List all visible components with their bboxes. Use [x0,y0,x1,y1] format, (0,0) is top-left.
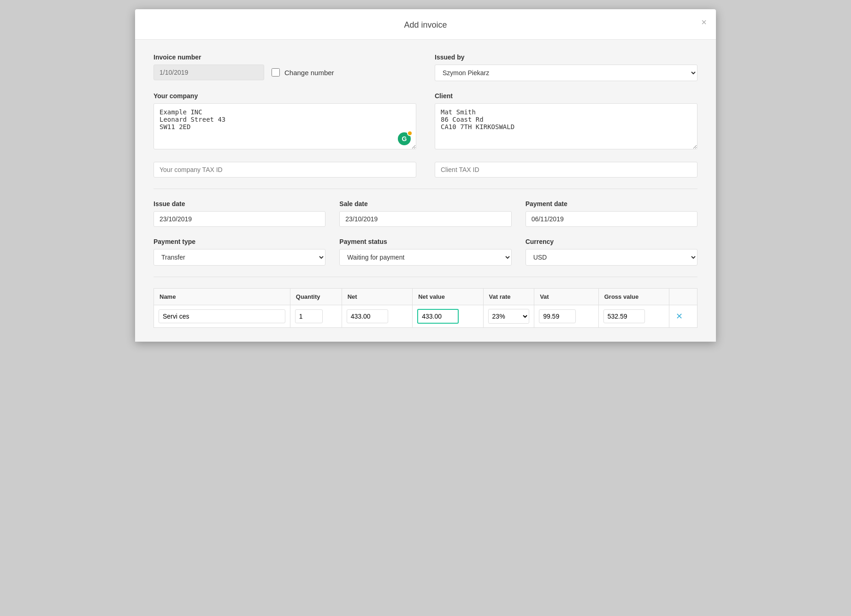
row-net-input[interactable] [347,309,388,323]
client-tax-id-section [435,162,697,178]
your-company-section: Your company Example INC Leonard Street … [154,92,416,151]
invoice-table: Name Quantity Net Net value Vat rate Vat… [154,288,697,328]
row-net-cell [342,305,412,328]
table-header-row: Name Quantity Net Net value Vat rate Vat… [154,289,697,305]
payment-type-label: Payment type [154,238,325,245]
table-header: Name Quantity Net Net value Vat rate Vat… [154,289,697,305]
col-net-value: Net value [413,289,483,305]
your-company-label: Your company [154,92,416,100]
col-net: Net [342,289,412,305]
row-name-input[interactable] [159,309,285,323]
modal-body: Invoice number Change number Issued by S… [135,40,716,342]
payment-date-input[interactable] [526,211,697,227]
grammarly-button[interactable]: G [398,132,411,145]
issue-date-section: Issue date [154,200,325,227]
change-number-checkbox[interactable] [272,68,280,77]
sale-date-section: Sale date [339,200,511,227]
invoice-issued-row: Invoice number Change number Issued by S… [154,53,697,81]
divider-2 [154,277,697,277]
your-company-textarea[interactable]: Example INC Leonard Street 43 SW11 2ED [154,103,416,149]
col-gross-value: Gross value [598,289,669,305]
payment-type-section: Payment type Transfer Cash Card [154,238,325,266]
invoice-number-label: Invoice number [154,53,416,61]
col-vat: Vat [534,289,599,305]
payment-date-label: Payment date [526,200,697,207]
change-number-group: Change number [272,68,334,77]
currency-label: Currency [526,238,697,245]
col-name: Name [154,289,290,305]
your-company-textarea-wrapper: Example INC Leonard Street 43 SW11 2ED G [154,103,416,151]
payment-type-select[interactable]: Transfer Cash Card [154,249,325,266]
row-gross-value-input[interactable] [603,309,645,323]
payment-row: Payment type Transfer Cash Card Payment … [154,238,697,266]
issue-date-input[interactable] [154,211,325,227]
dates-row: Issue date Sale date Payment date [154,200,697,227]
payment-date-section: Payment date [526,200,697,227]
col-actions [669,289,697,305]
grammarly-icon: G [402,135,407,142]
tax-id-row [154,162,697,178]
row-delete-cell: ✕ [669,305,697,328]
invoice-number-row: Change number [154,65,416,80]
payment-status-section: Payment status Waiting for payment Paid … [339,238,511,266]
col-vat-rate: Vat rate [483,289,534,305]
issued-by-label: Issued by [435,53,697,61]
issued-by-select[interactable]: Szymon Piekarz [435,65,697,81]
vat-rate-wrapper: 23% 8% 5% 0% [488,309,530,324]
col-quantity: Quantity [290,289,342,305]
row-net-value-cell [413,305,483,328]
company-tax-id-section [154,162,416,178]
currency-section: Currency USD EUR GBP PLN [526,238,697,266]
row-quantity-input[interactable] [295,309,323,323]
row-quantity-cell [290,305,342,328]
modal-header: Add invoice × [135,9,716,40]
modal: Add invoice × Invoice number Change numb… [135,9,716,342]
modal-close-button[interactable]: × [701,18,707,27]
row-delete-button[interactable]: ✕ [674,311,685,321]
row-net-value-input[interactable] [417,309,459,324]
change-number-label: Change number [284,69,334,77]
invoice-number-input[interactable] [154,65,264,80]
row-gross-value-cell [598,305,669,328]
currency-select[interactable]: USD EUR GBP PLN [526,249,697,266]
modal-title: Add invoice [144,20,707,30]
grammarly-badge [407,130,413,136]
sale-date-input[interactable] [339,211,511,227]
payment-status-label: Payment status [339,238,511,245]
payment-status-select[interactable]: Waiting for payment Paid Overdue [339,249,511,266]
client-textarea[interactable]: Mat Smith 86 Coast Rd CA10 7TH KIRKOSWAL… [435,103,697,149]
row-vat-rate-cell: 23% 8% 5% 0% [483,305,534,328]
company-client-row: Your company Example INC Leonard Street … [154,92,697,151]
row-vat-input[interactable] [539,309,576,323]
invoice-number-section: Invoice number Change number [154,53,416,81]
issue-date-label: Issue date [154,200,325,207]
vat-rate-select[interactable]: 23% 8% 5% 0% [488,309,530,324]
row-vat-cell [534,305,599,328]
company-tax-id-input[interactable] [154,162,416,178]
client-tax-id-input[interactable] [435,162,697,178]
sale-date-label: Sale date [339,200,511,207]
table-row: 23% 8% 5% 0% ✕ [154,305,697,328]
issued-by-section: Issued by Szymon Piekarz [435,53,697,81]
invoice-number-field-wrapper [154,65,264,80]
table-body: 23% 8% 5% 0% ✕ [154,305,697,328]
divider-1 [154,189,697,189]
row-name-cell [154,305,290,328]
client-section: Client Mat Smith 86 Coast Rd CA10 7TH KI… [435,92,697,151]
client-label: Client [435,92,697,100]
